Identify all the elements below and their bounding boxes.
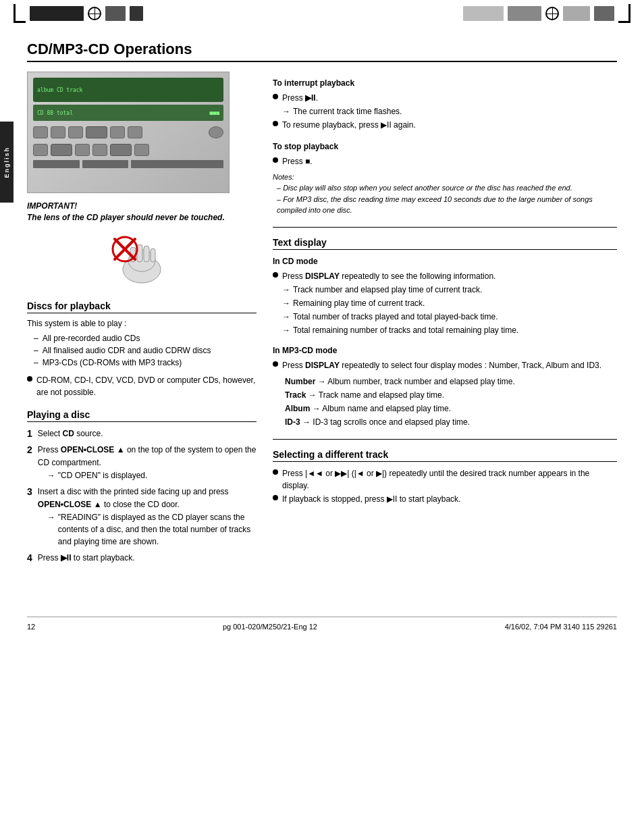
crosshair-icon (88, 7, 101, 20)
discs-bullet: CD-ROM, CD-I, CDV, VCD, DVD or computer … (27, 374, 257, 398)
step-3: 3 Insert a disc with the printed side fa… (27, 486, 257, 549)
bullet-dot-track1 (273, 469, 278, 475)
interrupt-bullet-1: Press ▶II. (273, 92, 617, 104)
cd-button-7 (33, 144, 48, 156)
track-bullet-text-2: If playback is stopped, press ▶II to sta… (282, 493, 460, 505)
cd-arrow-1: → Track number and elapsed play time of … (282, 284, 617, 296)
playing-section-header: Playing a disc (27, 409, 257, 422)
discs-bullet-text: CD-ROM, CD-I, CDV, VCD, DVD or computer … (36, 374, 257, 398)
header-dark-block-right-2 (508, 6, 541, 21)
cd-arrow-text-3: Total number of tracks played and total … (293, 311, 498, 323)
cd-button-4 (86, 126, 107, 138)
header-dark-block-right-1 (463, 6, 504, 21)
important-title: IMPORTANT! (27, 201, 257, 211)
discs-section-header: Discs for playback (27, 301, 257, 313)
playing-a-disc-section: Playing a disc 1 Select CD source. 2 Pre… (27, 409, 257, 565)
no-touch-svg (105, 232, 179, 286)
mp3-mode-items: Number → Album number, track number and … (275, 375, 617, 428)
page-container: CD/MP3-CD Operations album CD track CD 8… (0, 27, 644, 658)
important-box: IMPORTANT! The lens of the CD player sho… (27, 201, 257, 222)
divider-1 (273, 227, 617, 228)
mp3-album-item: Album → Album name and elapsed play time… (285, 402, 617, 415)
two-column-layout: album CD track CD 88 total ■■■ (27, 72, 617, 576)
discs-intro: This system is able to play : (27, 319, 257, 328)
header-dark-block-1 (30, 6, 84, 21)
cd-display-text: album CD track (37, 87, 82, 93)
step-1-num: 1 (27, 427, 32, 441)
text-display-header: Text display (273, 237, 617, 250)
step-2-num: 2 (27, 444, 32, 483)
dash-item-2: All finalised audio CDR and audio CDRW d… (34, 344, 257, 357)
selecting-track-header: Selecting a different track (273, 449, 617, 462)
interrupt-bullet-2: To resume playback, press ▶II again. (273, 119, 617, 131)
step-3-arrow: → "READING" is displayed as the CD playe… (47, 511, 257, 548)
step-1: 1 Select CD source. (27, 427, 257, 441)
page-footer: 12 pg 001-020/M250/21-Eng 12 4/16/02, 7:… (27, 617, 617, 631)
cd-button-6 (128, 126, 142, 138)
cd-bar-2 (82, 160, 129, 168)
cd-arrow-text-4: Total remaining number of tracks and tot… (293, 324, 518, 336)
mp3-mode-title: In MP3-CD mode (273, 346, 617, 355)
interrupt-section: To interrupt playback Press ▶II. → The c… (273, 78, 617, 131)
bracket-right (618, 4, 630, 23)
side-tab: English (0, 122, 14, 203)
mp3-track-item: Track → Track name and elapsed play time… (285, 389, 617, 401)
dash-list: All pre-recorded audio CDs All finalised… (34, 332, 257, 369)
bracket-left (14, 4, 26, 23)
notes-line-2: – For MP3 disc, the disc reading time ma… (277, 194, 617, 216)
bullet-dot-mp3 (273, 361, 278, 367)
mp3-mode-bullet: Press DISPLAY repeatedly to select four … (273, 359, 617, 371)
cd-arrow-4: → Total remaining number of tracks and t… (282, 324, 617, 336)
track-bullet-1: Press |◄◄ or ▶▶| (|◄ or ▶|) repeatedly u… (273, 467, 617, 492)
bullet-dot (27, 376, 32, 382)
interrupt-arrow-1: → The current track time flashes. (282, 105, 617, 118)
dash-item-1: All pre-recorded audio CDs (34, 332, 257, 344)
header-dark-block-right-4 (594, 6, 614, 21)
cd-button-10 (92, 144, 107, 156)
svg-rect-4 (144, 246, 149, 262)
stop-section: To stop playback Press ■. Notes: – Disc … (273, 142, 617, 216)
header-dark-block-3 (130, 6, 143, 21)
header-dark-block-right-3 (563, 6, 590, 21)
cd-display: album CD track (33, 78, 223, 102)
cd-vol-knob (209, 126, 223, 138)
no-touch-image (101, 229, 182, 290)
footer-page-number: 12 (27, 623, 35, 631)
crosshair-icon-right (545, 7, 559, 20)
cd-bar-1 (33, 160, 80, 168)
cd-arrow-text-2: Remaining play time of current track. (293, 297, 425, 309)
footer-right-text: 4/16/02, 7:04 PM 3140 115 29261 (505, 623, 617, 631)
left-column: album CD track CD 88 total ■■■ (27, 72, 257, 576)
cd-button-8 (51, 144, 72, 156)
cd-buttons-row2 (33, 144, 223, 156)
cd-mode-bullet: Press DISPLAY repeatedly to see the foll… (273, 270, 617, 282)
svg-rect-5 (151, 249, 155, 262)
cd-arrow-text-1: Track number and elapsed play time of cu… (293, 284, 482, 296)
cd-button-3 (68, 126, 83, 138)
bullet-dot-cd (273, 272, 278, 278)
cd-button-9 (75, 144, 90, 156)
interrupt-arrow-text-1: The current track time flashes. (293, 105, 402, 118)
step-4-num: 4 (27, 552, 32, 565)
bullet-dot-track2 (273, 495, 278, 500)
cd-button-1 (33, 126, 48, 138)
cd-arrow-2: → Remaining play time of current track. (282, 297, 617, 309)
stop-title: To stop playback (273, 142, 617, 151)
cd-player-mock: album CD track CD 88 total ■■■ (28, 72, 229, 192)
step-2-arrow: → "CD OPEN" is displayed. (47, 469, 257, 481)
bullet-dot-int2 (273, 121, 278, 126)
header-bar (0, 0, 644, 27)
interrupt-title: To interrupt playback (273, 78, 617, 88)
selecting-track-section: Selecting a different track Press |◄◄ or… (273, 449, 617, 505)
cd-arrow-3: → Total number of tracks played and tota… (282, 311, 617, 323)
step-4-content: Press ▶II to start playback. (38, 552, 257, 565)
bullet-dot-stop (273, 157, 278, 163)
cd-display-row2: CD 88 total ■■■ (33, 105, 223, 121)
mp3-number-item: Number → Album number, track number and … (285, 375, 617, 388)
stop-bullet: Press ■. (273, 155, 617, 167)
step-2: 2 Press OPEN•CLOSE ▲ on the top of the s… (27, 444, 257, 483)
page-title: CD/MP3-CD Operations (27, 41, 617, 62)
numbered-list: 1 Select CD source. 2 Press OPEN•CLOSE ▲… (27, 427, 257, 565)
step-2-content: Press OPEN•CLOSE ▲ on the top of the sys… (38, 444, 257, 483)
cd-mode-title: In CD mode (273, 257, 617, 266)
